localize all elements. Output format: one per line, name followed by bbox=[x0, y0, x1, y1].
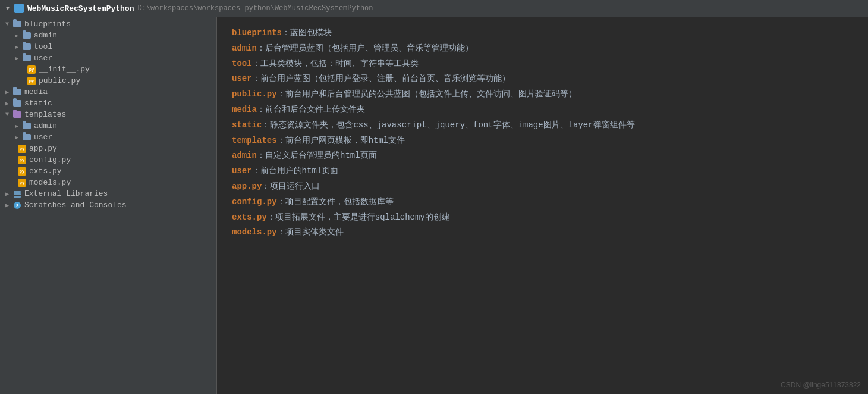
label-exts: exts.py bbox=[29, 167, 62, 176]
sidebar-item-config[interactable]: py config.py bbox=[0, 154, 216, 165]
key-exts: exts.py bbox=[232, 212, 267, 222]
arrow-admin1: ▶ bbox=[12, 32, 21, 39]
arrow-ext-lib: ▶ bbox=[2, 190, 12, 198]
content-line-models: models.py：项目实体类文件 bbox=[232, 226, 853, 240]
arrow-scratches: ▶ bbox=[2, 202, 12, 209]
content-line-admin2: admin：自定义后台管理员的html页面 bbox=[232, 149, 853, 163]
arrow-templates: ▼ bbox=[2, 111, 12, 118]
label-templates: templates bbox=[24, 110, 66, 119]
arrow-blueprints: ▼ bbox=[2, 21, 12, 27]
sidebar-item-app[interactable]: py app.py bbox=[0, 143, 216, 154]
sidebar-item-user1[interactable]: ▶ user bbox=[0, 52, 216, 64]
label-app: app.py bbox=[29, 144, 57, 153]
arrow-user1: ▶ bbox=[12, 55, 21, 62]
sidebar-item-tool[interactable]: ▶ tool bbox=[0, 41, 216, 52]
sidebar-item-init[interactable]: py __init__.py bbox=[0, 64, 216, 75]
key-admin: admin bbox=[232, 43, 257, 53]
sidebar-item-exts[interactable]: py exts.py bbox=[0, 165, 216, 177]
arrow-user2: ▶ bbox=[12, 134, 21, 141]
folder-admin1-icon bbox=[21, 32, 32, 40]
text-media: ：前台和后台文件上传文件夹 bbox=[257, 105, 365, 114]
key-models: models.py bbox=[232, 227, 277, 237]
text-user2: ：前台用户的html页面 bbox=[252, 166, 339, 176]
text-models: ：项目实体类文件 bbox=[277, 227, 344, 237]
text-static: ：静态资源文件夹，包含css、javascript、jquery、font字体、… bbox=[262, 120, 634, 130]
arrow-media: ▶ bbox=[2, 89, 12, 96]
key-admin2: admin bbox=[232, 151, 257, 160]
content-line-public: public.py：前台用户和后台管理员的公共蓝图（包括文件上传、文件访问、图片… bbox=[232, 87, 853, 102]
project-name: WebMusicRecSystemPython bbox=[27, 4, 134, 13]
key-tool: tool bbox=[232, 59, 252, 68]
sidebar-item-admin2[interactable]: ▶ admin bbox=[0, 120, 216, 132]
folder-tool-icon bbox=[21, 43, 32, 51]
label-ext-lib: External Libraries bbox=[24, 189, 108, 198]
sidebar-item-media[interactable]: ▶ media bbox=[0, 86, 216, 98]
key-blueprints: blueprints bbox=[232, 28, 282, 37]
label-admin2: admin bbox=[34, 121, 57, 130]
key-app: app.py bbox=[232, 182, 262, 191]
svg-rect-1 bbox=[14, 193, 21, 195]
text-tool: ：工具类模块，包括：时间、字符串等工具类 bbox=[252, 59, 419, 68]
text-exts: ：项目拓展文件，主要是进行sqlalchemy的创建 bbox=[267, 212, 450, 222]
content-line-media: media：前台和后台文件上传文件夹 bbox=[232, 103, 853, 117]
project-chevron[interactable]: ▼ bbox=[6, 5, 10, 12]
key-config: config.py bbox=[232, 197, 277, 207]
py-public-icon: py bbox=[26, 77, 37, 85]
svg-rect-2 bbox=[14, 196, 21, 198]
text-admin2: ：自定义后台管理员的html页面 bbox=[257, 151, 377, 160]
content-line-config: config.py：项目配置文件，包括数据库等 bbox=[232, 195, 853, 209]
sidebar-item-static[interactable]: ▶ static bbox=[0, 98, 216, 109]
content-line-app: app.py：项目运行入口 bbox=[232, 180, 853, 194]
sidebar-item-user2[interactable]: ▶ user bbox=[0, 132, 216, 143]
watermark: CSDN @linge511873822 bbox=[781, 381, 861, 389]
text-templates: ：前台用户网页模板，即html文件 bbox=[277, 136, 405, 145]
scratches-icon: S bbox=[12, 201, 23, 209]
sidebar-item-templates[interactable]: ▼ templates bbox=[0, 109, 216, 120]
folder-admin2-icon bbox=[21, 122, 32, 130]
svg-text:S: S bbox=[16, 204, 18, 208]
label-user2: user bbox=[34, 133, 52, 142]
project-icon bbox=[14, 4, 24, 13]
content-line-user2: user：前台用户的html页面 bbox=[232, 164, 853, 179]
text-config: ：项目配置文件，包括数据库等 bbox=[277, 197, 394, 207]
label-user1: user bbox=[34, 54, 52, 62]
content-line-user: user：前台用户蓝图（包括用户登录、注册、前台首页、音乐浏览等功能） bbox=[232, 72, 853, 86]
arrow-static: ▶ bbox=[2, 100, 12, 107]
label-blueprints: blueprints bbox=[24, 20, 71, 29]
sidebar-item-public[interactable]: py public.py bbox=[0, 75, 216, 86]
text-app: ：项目运行入口 bbox=[262, 182, 320, 191]
folder-static-icon bbox=[12, 99, 23, 108]
content-line-exts: exts.py：项目拓展文件，主要是进行sqlalchemy的创建 bbox=[232, 211, 853, 225]
text-public: ：前台用户和后台管理员的公共蓝图（包括文件上传、文件访问、图片验证码等） bbox=[277, 89, 577, 99]
project-path: D:\workspaces\workspaces_python\WebMusic… bbox=[137, 4, 373, 12]
key-templates: templates bbox=[232, 136, 277, 145]
label-tool: tool bbox=[34, 42, 52, 51]
key-user: user bbox=[232, 74, 252, 83]
label-models: models.py bbox=[29, 178, 71, 187]
sidebar-item-blueprints[interactable]: ▼ blueprints bbox=[0, 18, 216, 30]
text-admin: ：后台管理员蓝图（包括用户、管理员、音乐等管理功能） bbox=[257, 43, 473, 53]
text-user: ：前台用户蓝图（包括用户登录、注册、前台首页、音乐浏览等功能） bbox=[252, 74, 510, 83]
py-models-icon: py bbox=[17, 179, 27, 187]
sidebar-item-ext-lib[interactable]: ▶ External Libraries bbox=[0, 188, 216, 199]
key-static: static bbox=[232, 120, 262, 130]
svg-rect-0 bbox=[14, 191, 21, 193]
main-layout: ▼ blueprints ▶ admin ▶ tool ▶ bbox=[0, 17, 868, 394]
folder-media-icon bbox=[12, 88, 23, 96]
arrow-tool: ▶ bbox=[12, 43, 21, 51]
folder-templates-icon bbox=[12, 111, 23, 119]
file-tree: ▼ blueprints ▶ admin ▶ tool ▶ bbox=[0, 17, 217, 394]
arrow-admin2: ▶ bbox=[12, 123, 21, 130]
folder-user1-icon bbox=[21, 54, 32, 62]
text-blueprints: ：蓝图包模块 bbox=[282, 28, 332, 37]
sidebar-item-scratches[interactable]: ▶ S Scratches and Consoles bbox=[0, 199, 216, 211]
sidebar-item-admin1[interactable]: ▶ admin bbox=[0, 30, 216, 41]
py-app-icon: py bbox=[17, 145, 27, 153]
ext-lib-icon bbox=[12, 190, 23, 198]
content-line-templates: templates：前台用户网页模板，即html文件 bbox=[232, 134, 853, 148]
sidebar-item-models[interactable]: py models.py bbox=[0, 177, 216, 188]
title-bar: ▼ WebMusicRecSystemPython D:\workspaces\… bbox=[0, 0, 868, 17]
label-static: static bbox=[24, 99, 52, 108]
content-line-tool: tool：工具类模块，包括：时间、字符串等工具类 bbox=[232, 57, 853, 71]
folder-blueprints-icon bbox=[12, 20, 23, 29]
